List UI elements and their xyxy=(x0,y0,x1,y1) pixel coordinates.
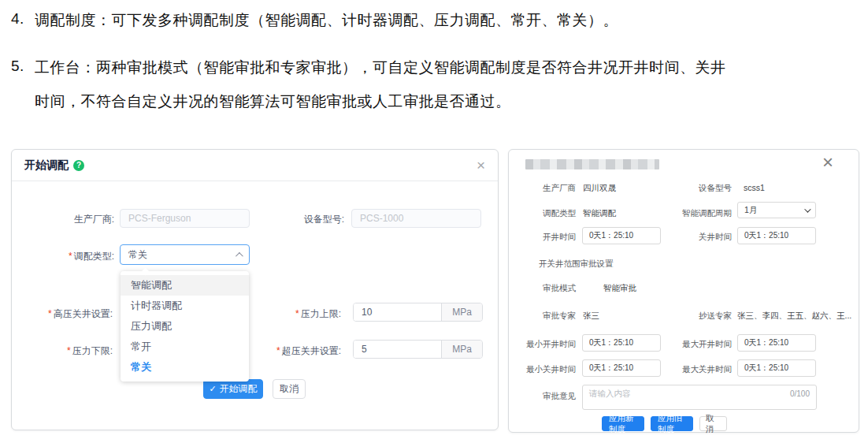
cancel-button[interactable]: 取 消 xyxy=(699,416,727,431)
approval-comment-input[interactable] xyxy=(583,385,816,409)
manufacturer-value: 四川双晟 xyxy=(583,183,616,194)
close-time-input[interactable] xyxy=(737,227,816,244)
apply-new-policy-button[interactable]: 应用新制度 xyxy=(602,416,644,431)
approval-mode-value: 智能审批 xyxy=(603,283,636,294)
pressure-upper-input[interactable] xyxy=(354,303,441,321)
doc-item-4-number: 4. xyxy=(11,10,35,31)
dropdown-option-always-open[interactable]: 常开 xyxy=(121,337,249,357)
smart-cycle-select[interactable]: 1月 xyxy=(737,202,816,218)
start-dispatch-button-label: 开始调配 xyxy=(220,382,258,396)
dispatch-type-dropdown: 智能调配 计时器调配 压力调配 常开 常关 xyxy=(121,271,249,382)
doc-item-5-text-line1: 工作台：两种审批模式（智能审批和专家审批），可自定义智能调配制度是否符合井况开井… xyxy=(35,58,726,78)
doc-item-4-text: 调配制度：可下发多种调配制度（智能调配、计时器调配、压力调配、常开、常关）。 xyxy=(35,10,618,31)
max-open-time-input[interactable] xyxy=(737,334,816,352)
start-dispatch-dialog: 开始调配 ? × 生产厂商: 设备型号: *调配类型: 常关 *高压关井设置: … xyxy=(11,149,499,430)
dispatch-type-label: *调配类型: xyxy=(12,250,114,263)
apply-old-policy-button[interactable]: 应用旧制度 xyxy=(651,416,693,431)
approval-expert-label: 审批专家 xyxy=(509,311,576,322)
overpressure-shutin-unit: MPa xyxy=(441,341,482,358)
min-open-time-input[interactable] xyxy=(582,334,661,352)
doc-item-5-continued: 时间，不符合自定义井况的智能算法可智能审批或人工审批是否通过。 xyxy=(35,91,511,112)
required-marker: * xyxy=(276,345,280,356)
smart-cycle-value: 1月 xyxy=(744,205,757,216)
min-close-time-label: 最小关井时间 xyxy=(509,364,576,375)
approval-comment-field: 0/100 xyxy=(582,385,817,410)
required-marker: * xyxy=(48,308,52,319)
overpressure-shutin-label: *超压关井设置: xyxy=(239,344,341,358)
max-close-time-input[interactable] xyxy=(737,359,816,377)
max-open-time-label: 最大开井时间 xyxy=(651,339,732,350)
smart-cycle-label: 智能调配周期 xyxy=(651,208,732,219)
pressure-upper-field: MPa xyxy=(353,303,483,322)
approval-comment-label: 审批意见 xyxy=(509,391,576,402)
redacted-title xyxy=(525,159,659,169)
section-title: 开关井范围审批设置 xyxy=(539,259,614,270)
doc-item-5: 5. 工作台：两种审批模式（智能审批和专家审批），可自定义智能调配制度是否符合井… xyxy=(11,58,726,78)
dropdown-option-smart[interactable]: 智能调配 xyxy=(121,275,249,296)
approval-dialog: × 生产厂商 四川双晟 设备型号 scss1 调配类型 智能调配 智能调配周期 … xyxy=(508,149,859,433)
high-pressure-shutin-label: *高压关井设置: xyxy=(12,307,113,321)
min-close-time-input[interactable] xyxy=(582,359,661,377)
doc-item-5-text-line2: 时间，不符合自定义井况的智能算法可智能审批或人工审批是否通过。 xyxy=(35,91,511,112)
required-marker: * xyxy=(67,345,71,356)
model-input xyxy=(351,209,481,228)
dispatch-type-value: 常关 xyxy=(128,248,147,262)
dispatch-type-label: 调配类型 xyxy=(509,208,576,219)
chevron-up-icon xyxy=(236,251,243,259)
pressure-lower-label: *压力下限: xyxy=(12,344,113,358)
manufacturer-label: 生产厂商: xyxy=(12,213,114,226)
doc-item-5-number: 5. xyxy=(11,58,35,78)
required-marker: * xyxy=(295,308,299,319)
dialog-title: 开始调配 xyxy=(24,158,69,173)
required-marker: * xyxy=(69,251,72,262)
open-time-label: 开井时间 xyxy=(509,232,576,243)
cc-expert-label: 抄送专家 xyxy=(651,311,732,322)
close-time-label: 关井时间 xyxy=(651,232,732,243)
overpressure-shutin-field: MPa xyxy=(353,340,483,359)
pressure-upper-unit: MPa xyxy=(441,303,482,321)
cancel-button[interactable]: 取消 xyxy=(273,379,306,399)
start-dispatch-button[interactable]: ✓ 开始调配 xyxy=(203,379,263,399)
dropdown-option-pressure[interactable]: 压力调配 xyxy=(121,316,249,337)
dropdown-option-timer[interactable]: 计时器调配 xyxy=(121,296,249,316)
help-icon[interactable]: ? xyxy=(73,160,84,171)
approval-expert-value: 张三 xyxy=(583,311,599,322)
check-icon: ✓ xyxy=(209,384,216,394)
close-icon[interactable]: × xyxy=(822,153,833,172)
min-open-time-label: 最小开井时间 xyxy=(509,339,576,350)
open-time-input[interactable] xyxy=(582,227,661,244)
cc-expert-value: 张三、李四、王五、赵六、王... xyxy=(737,311,851,322)
character-counter: 0/100 xyxy=(790,389,810,398)
overpressure-shutin-input[interactable] xyxy=(354,341,441,358)
manufacturer-label: 生产厂商 xyxy=(509,183,576,194)
model-value: scss1 xyxy=(744,183,765,192)
dialog-header: 开始调配 ? × xyxy=(12,150,498,181)
pressure-upper-label: *压力上限: xyxy=(239,307,341,321)
dispatch-type-value: 智能调配 xyxy=(583,208,616,219)
approval-mode-label: 审批模式 xyxy=(509,283,576,294)
model-label: 设备型号 xyxy=(651,183,732,194)
dropdown-option-always-closed[interactable]: 常关 xyxy=(121,357,249,378)
dispatch-type-select[interactable]: 常关 xyxy=(120,244,250,265)
doc-item-4: 4. 调配制度：可下发多种调配制度（智能调配、计时器调配、压力调配、常开、常关）… xyxy=(11,10,618,31)
manufacturer-input xyxy=(120,209,250,228)
max-close-time-label: 最大关井时间 xyxy=(651,364,732,375)
close-icon[interactable]: × xyxy=(477,158,485,173)
chevron-down-icon xyxy=(804,206,811,212)
model-label: 设备型号: xyxy=(242,213,344,226)
